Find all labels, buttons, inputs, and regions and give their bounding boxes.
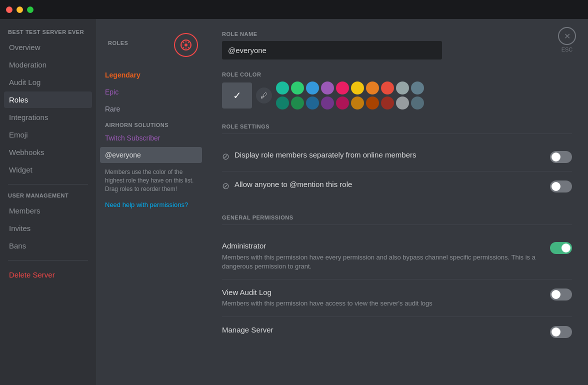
color-dot-1-9[interactable] <box>411 96 424 110</box>
permission-row-administrator: Administrator Members with this permissi… <box>222 233 572 280</box>
color-dot-1-5[interactable] <box>351 96 364 110</box>
display-separately-toggle[interactable] <box>550 151 572 163</box>
sidebar-divider-2 <box>8 260 88 260</box>
sidebar-item-webhooks[interactable]: Webhooks <box>4 144 92 160</box>
role-settings-icon-area <box>174 27 198 63</box>
sidebar-item-invites[interactable]: Invites <box>4 220 92 236</box>
role-name-input[interactable] <box>222 41 442 60</box>
manage-server-toggle[interactable] <box>550 326 572 338</box>
title-bar <box>0 0 588 19</box>
toggle-knob-admin <box>562 244 570 252</box>
maximize-button[interactable] <box>27 6 34 13</box>
role-item-everyone[interactable]: @everyone <box>100 147 202 163</box>
close-button[interactable] <box>6 6 12 13</box>
content-panel: ✕ ESC ROLE NAME ROLE COLOR ✓ 🖋 ROLE SETT… <box>206 19 588 385</box>
sidebar-item-moderation[interactable]: Moderation <box>4 56 92 73</box>
setting-row-allow-mention: ⊘ Allow anyone to @mention this role <box>222 172 572 200</box>
role-settings-section: ROLE SETTINGS ⊘ Display role members sep… <box>222 124 572 200</box>
color-dot-0-1[interactable] <box>291 82 304 94</box>
color-dot-1-6[interactable] <box>366 96 379 110</box>
sidebar-item-roles[interactable]: Roles <box>4 92 92 108</box>
minimize-button[interactable] <box>16 6 23 13</box>
general-permissions-label: GENERAL PERMISSIONS <box>222 214 572 220</box>
color-row-2 <box>276 96 424 110</box>
color-dot-0-8[interactable] <box>396 82 409 94</box>
color-dot-0-6[interactable] <box>366 82 379 94</box>
role-item-twitch[interactable]: Twitch Subscriber <box>100 130 202 146</box>
sidebar-divider-1 <box>8 184 88 184</box>
toggle-knob-2 <box>552 182 560 191</box>
roles-panel-header: ROLES <box>104 38 132 48</box>
color-dot-0-9[interactable] <box>411 82 424 94</box>
section-divider <box>222 134 572 134</box>
color-dot-1-8[interactable] <box>396 96 409 110</box>
view-audit-log-title: View Audit Log <box>222 288 542 298</box>
general-permissions-section: GENERAL PERMISSIONS Administrator Member… <box>222 214 572 346</box>
sidebar-item-delete-server[interactable]: Delete Server <box>4 266 92 283</box>
sidebar-item-integrations[interactable]: Integrations <box>4 109 92 126</box>
eyedropper-button[interactable]: 🖋 <box>256 88 272 104</box>
allow-mention-title: Allow anyone to @mention this role <box>234 180 542 190</box>
sidebar-item-audit-log[interactable]: Audit Log <box>4 74 92 90</box>
toggle-knob-audit <box>552 290 560 299</box>
esc-circle-icon: ✕ <box>558 27 576 45</box>
color-section: ROLE COLOR ✓ 🖋 <box>222 72 572 110</box>
sidebar-item-overview[interactable]: Overview <box>4 39 92 56</box>
toggle-knob <box>552 152 560 162</box>
color-grid <box>276 82 424 110</box>
role-color-label: ROLE COLOR <box>222 72 572 78</box>
eyedropper-icon: 🖋 <box>260 92 268 100</box>
ban-icon-display: ⊘ <box>222 151 230 162</box>
allow-mention-toggle[interactable] <box>550 180 572 192</box>
sidebar-item-widget[interactable]: Widget <box>4 162 92 178</box>
color-dot-0-5[interactable] <box>351 82 364 94</box>
server-name-label: BEST TEST SERVER EVER <box>4 27 92 37</box>
role-settings-icon[interactable] <box>174 33 198 57</box>
user-management-label: USER MANAGEMENT <box>4 190 92 200</box>
sidebar-item-members[interactable]: Members <box>4 202 92 219</box>
role-item-rare[interactable]: Rare <box>100 101 202 117</box>
administrator-title: Administrator <box>222 241 542 251</box>
role-name-section-label: ROLE NAME <box>222 31 572 37</box>
color-dot-1-3[interactable] <box>321 96 334 110</box>
color-dot-1-1[interactable] <box>291 96 304 110</box>
color-dot-0-4[interactable] <box>336 82 349 94</box>
color-dot-1-7[interactable] <box>381 96 394 110</box>
manage-server-title: Manage Server <box>222 325 542 335</box>
permissions-divider <box>222 224 572 225</box>
color-dot-0-3[interactable] <box>321 82 334 94</box>
role-item-epic[interactable]: Epic <box>100 84 202 100</box>
left-sidebar: BEST TEST SERVER EVER Overview Moderatio… <box>0 19 96 385</box>
roles-help-link[interactable]: Need help with permissions? <box>100 197 202 212</box>
main-layout: BEST TEST SERVER EVER Overview Moderatio… <box>0 19 588 385</box>
color-dot-1-2[interactable] <box>306 96 319 110</box>
roles-panel: ROLES Legendary Epic Rare AIRHORN SOLUTI… <box>96 19 206 385</box>
color-dot-0-2[interactable] <box>306 82 319 94</box>
view-audit-log-toggle[interactable] <box>550 288 572 300</box>
checkmark-icon: ✓ <box>233 90 242 102</box>
permission-row-manage-server: Manage Server <box>222 317 572 346</box>
color-dot-0-7[interactable] <box>381 82 394 94</box>
role-settings-label: ROLE SETTINGS <box>222 124 572 130</box>
svg-point-1 <box>184 44 188 46</box>
toggle-knob-manage <box>552 328 560 336</box>
view-audit-log-desc: Members with this permission have access… <box>222 299 542 308</box>
administrator-toggle[interactable] <box>550 242 572 254</box>
esc-label: ESC <box>562 46 573 52</box>
ban-icon-mention: ⊘ <box>222 180 230 192</box>
role-item-legendary[interactable]: Legendary <box>100 67 202 83</box>
sidebar-item-emoji[interactable]: Emoji <box>4 126 92 143</box>
roles-hint: Members use the color of the highest rol… <box>100 164 202 197</box>
default-color-swatch[interactable]: ✓ <box>222 82 252 108</box>
permission-row-view-audit-log: View Audit Log Members with this permiss… <box>222 280 572 317</box>
setting-row-display-separately: ⊘ Display role members separately from o… <box>222 142 572 172</box>
color-dot-1-0[interactable] <box>276 96 289 110</box>
display-separately-title: Display role members separately from onl… <box>234 150 542 160</box>
color-row: ✓ 🖋 <box>222 82 572 110</box>
color-dot-0-0[interactable] <box>276 82 289 94</box>
esc-button[interactable]: ✕ ESC <box>558 27 576 52</box>
administrator-desc: Members with this permission have every … <box>222 253 542 271</box>
color-row-1 <box>276 82 424 94</box>
color-dot-1-4[interactable] <box>336 96 349 110</box>
sidebar-item-bans[interactable]: Bans <box>4 238 92 254</box>
